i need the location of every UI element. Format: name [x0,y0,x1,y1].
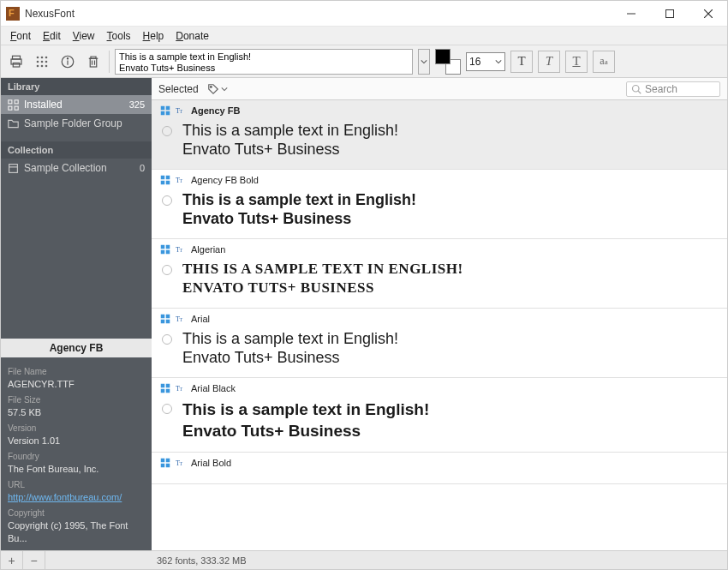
select-radio[interactable] [162,126,172,136]
remove-button[interactable]: − [23,551,45,570]
svg-rect-31 [161,106,165,111]
info-button[interactable] [57,51,78,72]
font-item[interactable]: TTAlgerianTHIS IS A SAMPLE TEXT IN ENGLI… [152,239,727,309]
minimize-button[interactable] [612,1,650,27]
tag-filter-button[interactable] [207,83,228,95]
svg-rect-64 [166,464,170,468]
svg-rect-57 [161,389,165,393]
foreground-color-swatch[interactable] [435,49,451,64]
svg-rect-26 [9,164,18,172]
svg-rect-25 [15,106,18,110]
select-radio[interactable] [162,334,172,345]
toolbar: 16 T T T aa [1,45,727,78]
svg-rect-63 [161,464,165,468]
menu-view[interactable]: View [67,28,101,44]
font-sample: This is a sample text in English!Envato … [182,121,398,159]
add-button[interactable]: + [1,551,23,570]
search-box[interactable]: Search [626,81,720,97]
selected-font-name: Agency FB [1,339,152,357]
detail-label-filename: File Name [8,365,145,378]
sample-dropdown-button[interactable] [418,49,430,75]
svg-rect-19 [90,58,97,67]
print-button[interactable] [6,51,27,72]
font-details: File Name AGENCYR.TTF File Size 57.5 KB … [1,357,152,550]
svg-rect-1 [665,9,673,17]
delete-button[interactable] [83,51,104,72]
font-item[interactable]: TTArial Bold [152,453,727,484]
color-swatch[interactable] [435,49,461,75]
sidebar-item-folder-group[interactable]: Sample Folder Group [1,114,152,133]
status-text: 362 fonts, 333.32 MB [45,555,247,566]
svg-point-7 [37,56,39,58]
font-name: Arial Bold [191,458,231,468]
menu-font[interactable]: Font [4,28,37,44]
detail-value-foundry: The Font Bureau, Inc. [8,463,145,476]
font-item[interactable]: TTAgency FBThis is a sample text in Engl… [152,100,727,170]
sidebar-item-installed[interactable]: Installed 325 [1,95,152,114]
font-size-input[interactable]: 16 [466,52,505,71]
close-button[interactable] [689,1,727,27]
search-placeholder: Search [645,83,677,95]
content-toolbar: Selected Search [152,78,727,100]
selected-filter[interactable]: Selected [158,83,199,95]
font-item[interactable]: TTArialThis is a sample text in English!… [152,309,727,378]
windows-icon [160,458,170,468]
select-radio[interactable] [162,265,172,275]
font-item[interactable]: TTAgency FB BoldThis is a sample text in… [152,170,727,239]
svg-text:T: T [180,461,183,466]
truetype-icon: TT [176,244,186,255]
sidebar: Library Installed 325 Sample Folder Grou… [1,78,152,550]
select-radio[interactable] [162,404,172,414]
menu-tools[interactable]: Tools [101,28,137,44]
detail-value-url[interactable]: http://www.fontbureau.com/ [8,491,145,504]
detail-label-foundry: Foundry [8,450,145,463]
underline-button[interactable]: T [565,51,588,73]
font-name: Arial Black [191,383,236,393]
maximize-button[interactable] [650,1,689,27]
svg-rect-49 [161,315,165,319]
detail-label-url: URL [8,478,145,491]
svg-text:T: T [180,317,183,322]
menu-help[interactable]: Help [137,28,170,44]
title-bar: NexusFont [1,1,727,27]
menu-bar: Font Edit View Tools Help Donate [1,27,727,45]
windows-icon [160,244,170,255]
folder-icon [8,118,19,129]
svg-text:T: T [180,109,183,114]
italic-button[interactable]: T [538,51,560,73]
menu-donate[interactable]: Donate [170,28,215,44]
sidebar-item-label: Installed [24,99,63,111]
select-radio[interactable] [162,195,172,206]
font-item[interactable]: TTArial BlackThis is a sample text in En… [152,378,727,453]
content-area: Selected Search TTAgency FBThis is a sam… [152,78,727,550]
menu-edit[interactable]: Edit [37,28,67,44]
svg-point-13 [37,64,39,67]
truetype-icon: TT [176,314,186,324]
font-list[interactable]: TTAgency FBThis is a sample text in Engl… [152,100,727,550]
svg-text:T: T [180,387,183,392]
font-sample: This is a sample text in English!Envato … [182,190,416,228]
svg-point-9 [45,56,48,58]
font-name: Arial [191,314,210,324]
svg-rect-52 [166,320,170,324]
sample-text-input[interactable] [115,49,413,75]
sidebar-item-sample-collection[interactable]: Sample Collection 0 [1,159,152,177]
windows-icon [160,314,170,324]
svg-text:T: T [180,178,183,183]
svg-text:T: T [180,248,183,253]
svg-rect-38 [166,176,170,180]
svg-rect-23 [15,99,18,103]
svg-line-30 [638,91,641,93]
detail-label-version: Version [8,422,145,435]
grid-icon [8,99,19,111]
font-name: Algerian [191,244,225,255]
sidebar-item-label: Sample Folder Group [24,117,122,129]
grid-view-button[interactable] [32,51,52,72]
font-name: Agency FB [191,105,240,116]
antialias-button[interactable]: aa [593,51,615,73]
svg-rect-33 [161,111,165,116]
svg-point-10 [37,60,39,63]
font-size-value: 16 [469,56,480,68]
font-sample: This is a sample text in English!Envato … [182,329,398,367]
bold-button[interactable]: T [510,51,533,73]
